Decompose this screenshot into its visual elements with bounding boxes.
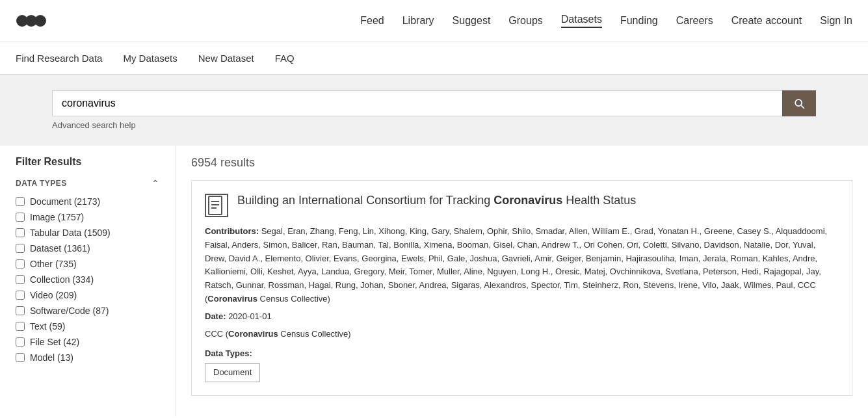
result-type-icon [205,194,228,217]
nav-careers[interactable]: Careers [676,15,713,27]
filter-image[interactable]: Image (1757) [16,212,159,222]
nav-feed[interactable]: Feed [360,15,384,27]
filter-software-label: Software/Code (87) [30,306,109,316]
filter-dataset[interactable]: Dataset (1361) [16,243,159,254]
result-title[interactable]: Building an International Consortium for… [237,194,636,207]
data-types-row-label: Data Types: [205,348,252,358]
filter-title: Filter Results [16,156,159,168]
results-panel: 6954 results Building an International C… [176,146,868,417]
filter-document-checkbox[interactable] [16,197,25,206]
filter-collection[interactable]: Collection (334) [16,274,159,285]
search-input[interactable] [52,90,782,116]
result-header: Building an International Consortium for… [205,194,839,217]
sidebar: Filter Results DATA TYPES ⌃ Document (21… [0,146,176,417]
nav-funding[interactable]: Funding [620,15,658,27]
filter-video-label: Video (209) [30,290,77,300]
filter-model[interactable]: Model (13) [16,352,159,363]
filter-fileset-checkbox[interactable] [16,337,25,346]
date-row: Date: 2020-01-01 [205,310,839,324]
filter-model-checkbox[interactable] [16,353,25,362]
filter-document[interactable]: Document (2173) [16,196,159,207]
data-type-badge[interactable]: Document [205,363,260,382]
org-row: CCC (Coronavirus Census Collective) [205,328,839,341]
filter-video-checkbox[interactable] [16,291,25,300]
nav-groups[interactable]: Groups [508,15,542,27]
filter-other-checkbox[interactable] [16,259,25,268]
sub-nav: Find Research Data My Datasets New Datas… [0,42,868,75]
filter-image-checkbox[interactable] [16,213,25,222]
logo [16,8,47,34]
contributors-label: Contributors: [205,226,259,236]
main-nav: Feed Library Suggest Groups Datasets Fun… [360,14,852,28]
nav-datasets[interactable]: Datasets [561,14,602,28]
filter-tabular-checkbox[interactable] [16,228,25,237]
filter-text-checkbox[interactable] [16,322,25,331]
search-button[interactable] [782,90,816,116]
svg-point-2 [34,15,46,27]
date-label: Date: [205,311,226,321]
nav-sign-in[interactable]: Sign In [820,15,852,27]
filter-other[interactable]: Other (735) [16,259,159,269]
collapse-icon[interactable]: ⌃ [151,178,159,189]
nav-create-account[interactable]: Create account [731,15,802,27]
filter-other-label: Other (735) [30,259,77,269]
filter-tabular[interactable]: Tabular Data (1509) [16,228,159,238]
logo-icon [16,8,47,34]
sub-nav-find[interactable]: Find Research Data [16,50,112,66]
result-card: Building an International Consortium for… [191,180,852,396]
filter-software[interactable]: Software/Code (87) [16,306,159,316]
date-value: 2020-01-01 [228,311,272,321]
filter-collection-checkbox[interactable] [16,275,25,284]
filter-video[interactable]: Video (209) [16,290,159,300]
filter-software-checkbox[interactable] [16,306,25,315]
filter-image-label: Image (1757) [30,212,84,222]
result-body: Contributors: Segal, Eran, Zhang, Feng, … [205,225,839,382]
contributors-text: Contributors: Segal, Eran, Zhang, Feng, … [205,225,839,306]
header: Feed Library Suggest Groups Datasets Fun… [0,0,868,42]
filter-fileset-label: File Set (42) [30,337,79,347]
document-icon [207,195,226,216]
search-icon [793,97,806,110]
filter-text-label: Text (59) [30,321,65,332]
nav-suggest[interactable]: Suggest [453,15,491,27]
filter-document-label: Document (2173) [30,196,100,207]
data-types-header: DATA TYPES ⌃ [16,178,159,189]
search-bar [52,90,816,116]
sub-nav-my-datasets[interactable]: My Datasets [123,50,187,66]
filter-model-label: Model (13) [30,352,73,363]
filter-text[interactable]: Text (59) [16,321,159,332]
results-count: 6954 results [191,156,852,170]
filter-tabular-label: Tabular Data (1509) [30,228,111,238]
advanced-search-link[interactable]: Advanced search help [52,120,816,130]
filter-dataset-checkbox[interactable] [16,244,25,253]
nav-library[interactable]: Library [402,15,434,27]
filter-fileset[interactable]: File Set (42) [16,337,159,347]
main-content: Filter Results DATA TYPES ⌃ Document (21… [0,146,868,417]
sub-nav-new-dataset[interactable]: New Dataset [198,50,265,66]
search-area: Advanced search help [0,75,868,146]
filter-dataset-label: Dataset (1361) [30,243,90,254]
data-types-label: DATA TYPES [16,179,67,188]
filter-collection-label: Collection (334) [30,274,94,285]
data-types-row: Data Types: Document [205,347,839,382]
sub-nav-faq[interactable]: FAQ [275,50,305,66]
